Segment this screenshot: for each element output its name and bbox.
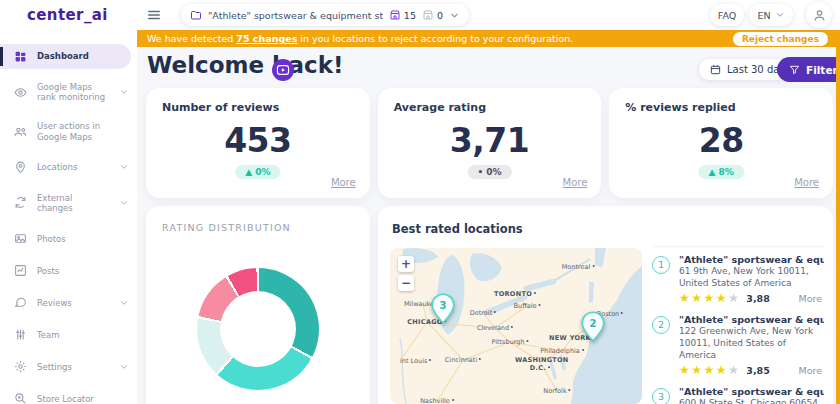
more-link[interactable]: More — [331, 177, 356, 188]
map-city-label: Buffalo — [514, 302, 541, 310]
location-name: "Athlete" sportswear & equipment... — [679, 254, 824, 265]
sidebar-item-store-locator[interactable]: Store Locator — [0, 386, 137, 404]
map-pin-3[interactable]: 3 — [431, 293, 455, 324]
stat-value: 3,71 — [378, 121, 602, 160]
filter-button[interactable]: Filter — [777, 57, 840, 82]
sidebar-item-team[interactable]: Team — [0, 322, 137, 347]
more-link[interactable]: More — [798, 293, 824, 304]
reject-changes-button[interactable]: Reject changes — [733, 32, 828, 46]
chevron-down-icon[interactable] — [117, 198, 131, 208]
stat-title: Number of reviews — [162, 101, 279, 114]
pin-icon — [13, 161, 27, 174]
sidebar-item-label: Settings — [37, 362, 107, 372]
chevron-down-icon — [775, 10, 785, 20]
more-link[interactable]: More — [798, 365, 824, 376]
star-icon: ★ — [728, 291, 740, 305]
rank-badge: 2 — [652, 316, 670, 334]
sidebar-item-label: Google Maps rank monitoring — [37, 82, 107, 102]
store-selector-label: "Athlete" sportswear & equipment store (… — [208, 10, 383, 21]
location-details: "Athlete" sportswear & equipment...61 9t… — [679, 254, 824, 304]
stats-row: Number of reviews453▲ 0%MoreAverage rati… — [146, 88, 833, 198]
storefront-icon — [389, 9, 401, 21]
rating-distribution-card: RATING DISTRIBUTION — [146, 206, 370, 404]
rating-value: 3,88 — [746, 293, 769, 304]
stat-value: 28 — [609, 121, 833, 160]
page-title: Welcome back! — [147, 52, 343, 78]
stat-title: Average rating — [394, 101, 486, 114]
map-zoom-out-button[interactable]: − — [398, 275, 414, 291]
chevron-down-icon[interactable] — [449, 10, 460, 21]
warning-banner: We have detected 75 changes in you locat… — [137, 30, 840, 47]
map-city-label: Detroit — [470, 309, 496, 317]
sidebar-item-reviews[interactable]: Reviews — [0, 290, 137, 315]
star-icon: ★ — [716, 363, 728, 377]
locations-map[interactable]: + − MontrealTORONTOBuffaloMilwaukeeCHICA… — [390, 248, 642, 404]
location-list-item: 3"Athlete" sportswear & equipment...600 … — [652, 386, 824, 404]
trend-up-icon: ▲ — [245, 167, 252, 177]
rating-value: 3,85 — [746, 365, 769, 376]
trend-up-icon: ▲ — [709, 167, 716, 177]
location-address: 61 9th Ave, New York 10011, United State… — [679, 266, 824, 289]
faq-button[interactable]: FAQ — [710, 4, 744, 26]
chevron-down-icon[interactable] — [117, 362, 131, 372]
map-city-label: Nashville — [420, 397, 454, 404]
map-city-label: Cleveland — [477, 324, 513, 332]
more-link[interactable]: More — [794, 177, 819, 188]
more-link[interactable]: More — [563, 177, 588, 188]
map-city-label: TORONTO — [494, 290, 536, 298]
team-icon — [13, 328, 27, 341]
stat-card-reviews-replied: % reviews replied28▲ 8%More — [609, 88, 833, 198]
locator-icon — [13, 392, 27, 404]
sidebar-item-dashboard[interactable]: Dashboard — [0, 44, 131, 69]
map-city-label: Pittsburgh — [491, 338, 528, 346]
sidebar-item-label: External changes — [37, 193, 107, 213]
sidebar-item-user-actions-in-google-maps[interactable]: User actions in Google Maps — [0, 115, 137, 147]
person-icon — [812, 8, 827, 23]
star-icon: ★ — [728, 363, 740, 377]
user-avatar[interactable] — [806, 2, 832, 28]
best-rated-locations-card: Best rated locations — [378, 206, 833, 404]
menu-icon[interactable] — [147, 8, 161, 22]
store-selector[interactable]: "Athlete" sportswear & equipment store (… — [181, 4, 469, 26]
sidebar-item-posts[interactable]: Posts — [0, 258, 137, 283]
active-locations-count: 15 — [389, 9, 416, 21]
location-address: 122 Greenwich Ave, New York 10011, Unite… — [679, 326, 824, 361]
stat-card-number-of-reviews: Number of reviews453▲ 0%More — [146, 88, 370, 198]
chevron-down-icon[interactable] — [117, 298, 131, 308]
changes-count-link[interactable]: 75 changes — [236, 33, 297, 44]
star-icon: ★ — [679, 291, 691, 305]
location-address: 600 N State St, Chicago 60654, United St… — [679, 398, 824, 404]
sidebar-item-locations[interactable]: Locations — [0, 155, 137, 180]
location-list-item: 1"Athlete" sportswear & equipment...61 9… — [652, 254, 824, 304]
edge-accent-stripe — [836, 30, 840, 404]
location-details: "Athlete" sportswear & equipment...122 G… — [679, 314, 824, 376]
language-selector[interactable]: EN — [749, 4, 793, 26]
dashboard-icon — [13, 50, 27, 63]
tutorial-video-button[interactable] — [272, 59, 294, 81]
calendar-icon — [710, 64, 721, 75]
map-pin-2[interactable]: 2 — [581, 311, 605, 342]
users-icon — [13, 125, 27, 138]
inactive-locations-count: 0 — [422, 9, 443, 21]
trend-flat-icon: • — [477, 167, 483, 177]
map-city-label: Montreal — [562, 263, 595, 271]
sidebar-item-photos[interactable]: Photos — [0, 226, 137, 251]
location-details: "Athlete" sportswear & equipment...600 N… — [679, 386, 824, 404]
map-city-label: int Louis — [400, 357, 431, 365]
sidebar-item-external-changes[interactable]: External changes — [0, 187, 137, 219]
rank-badge: 1 — [652, 256, 670, 274]
map-zoom-in-button[interactable]: + — [398, 256, 414, 272]
chevron-down-icon[interactable] — [117, 162, 131, 172]
sidebar-item-google-maps-rank-monitoring[interactable]: Google Maps rank monitoring — [0, 76, 137, 108]
star-icon: ★ — [691, 363, 703, 377]
sidebar-item-label: Reviews — [37, 298, 107, 308]
star-rating: ★★★★★ — [679, 364, 740, 376]
star-icon: ★ — [679, 363, 691, 377]
sidebar-item-settings[interactable]: Settings — [0, 354, 137, 379]
sidebar-item-label: Locations — [37, 162, 107, 172]
stat-value: 453 — [146, 121, 370, 160]
rank-badge: 3 — [652, 388, 670, 404]
sidebar: DashboardGoogle Maps rank monitoringUser… — [0, 30, 137, 404]
chevron-down-icon[interactable] — [117, 87, 131, 97]
star-rating: ★★★★★ — [679, 292, 740, 304]
